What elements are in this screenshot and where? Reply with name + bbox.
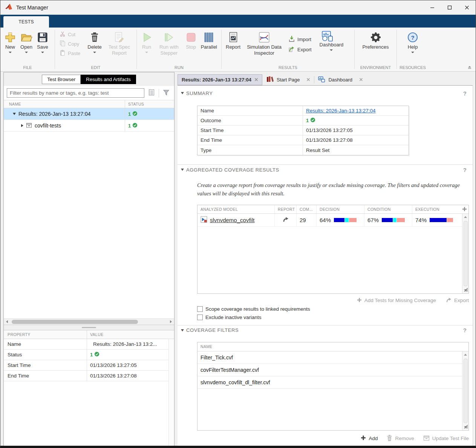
tab-results-document[interactable]: Results: 2026-Jan-13 13:27:04 — [178, 74, 262, 85]
scrollbar-thumb[interactable] — [464, 221, 468, 286]
new-label: New — [5, 44, 15, 50]
tab-test-browser[interactable]: Test Browser — [42, 75, 81, 84]
coverage-row[interactable]: slvnvdemo_covfilt 29 64% 67% 74% — [197, 214, 468, 227]
new-button[interactable]: New — [3, 30, 18, 54]
open-button[interactable]: Open — [18, 30, 34, 54]
col-condition[interactable]: CONDITION — [364, 205, 412, 213]
vertical-scrollbar[interactable] — [462, 214, 468, 293]
remove-filter-button[interactable]: Remove — [387, 435, 414, 442]
scroll-up-button[interactable] — [462, 351, 469, 358]
tree-row-covfilt-tests[interactable]: covfilt-tests 1 — [4, 120, 174, 132]
property-row-status[interactable]: Status 1 — [4, 350, 174, 360]
tab-start-page[interactable]: Start Page — [262, 74, 314, 85]
filter-button[interactable] — [161, 89, 171, 98]
col-execution[interactable]: EXECUTION — [412, 205, 459, 213]
scrollbar-thumb[interactable] — [464, 359, 468, 423]
filters-section-header[interactable]: COVERAGE FILTERS ? — [178, 325, 473, 335]
decision-coverage-bar — [334, 218, 357, 222]
add-column-button[interactable] — [462, 207, 467, 213]
horizontal-scrollbar[interactable] — [4, 318, 174, 325]
filters-col-name[interactable]: NAME — [197, 342, 468, 351]
col-analyzed-model[interactable]: ANALYZED MODEL — [197, 205, 275, 213]
collapse-ribbon-button[interactable] — [467, 65, 472, 69]
tab-tests[interactable]: TESTS — [3, 16, 49, 28]
plus-icon — [357, 298, 362, 304]
property-row-end-time[interactable]: End Time 01/13/2026 13:27:08 — [4, 371, 174, 381]
vertical-scrollbar[interactable] — [462, 351, 468, 430]
property-row-name[interactable]: Name Results: 2026-Jan-13 13:2... — [4, 339, 174, 350]
help-question-icon[interactable]: ? — [463, 327, 467, 333]
exclude-variants-checkbox[interactable] — [197, 315, 203, 320]
summary-key: Outcome — [197, 116, 303, 125]
chevron-down-icon[interactable] — [181, 329, 184, 331]
open-report-icon[interactable] — [283, 216, 289, 224]
simulation-data-inspector-button[interactable]: Simulation Data Inspector — [243, 30, 285, 57]
vertical-splitter[interactable] — [174, 72, 178, 446]
test-file-icon — [26, 122, 32, 129]
horizontal-splitter[interactable] — [4, 325, 174, 330]
filter-row-item[interactable]: slvnvdemo_covfilt_dl_filter.cvf — [197, 376, 468, 389]
save-button[interactable]: Save — [35, 30, 50, 54]
paste-button[interactable]: Paste — [57, 49, 83, 57]
run-button[interactable]: Run — [139, 30, 154, 54]
result-set-link[interactable]: Results: 2026-Jan-13 13:27:04 — [306, 108, 376, 114]
col-decision[interactable]: DECISION — [317, 205, 364, 213]
tab-results-and-artifacts[interactable]: Results and Artifacts — [81, 75, 136, 84]
maximize-button[interactable] — [441, 0, 458, 15]
chevron-down-icon[interactable] — [13, 113, 16, 115]
report-button[interactable]: Report — [224, 30, 242, 51]
minimize-button[interactable] — [424, 0, 441, 15]
document-scrollbar-gutter[interactable] — [473, 85, 476, 446]
coverage-section-header[interactable]: AGGREGATED COVERAGE RESULTS ? — [178, 165, 473, 175]
chevron-down-icon[interactable] — [181, 92, 184, 94]
filter-row-item[interactable]: Filter_Tick.cvf — [197, 351, 468, 364]
resize-grip[interactable] — [464, 287, 468, 293]
stop-button[interactable]: Stop — [184, 30, 198, 51]
preferences-button[interactable]: Preferences — [360, 30, 390, 51]
add-filter-button[interactable]: Add — [361, 435, 378, 442]
help-question-icon[interactable]: ? — [463, 90, 467, 97]
cut-button[interactable]: Cut — [57, 31, 83, 38]
filter-results-input[interactable] — [7, 88, 144, 98]
tab-dashboard[interactable]: Dashboard — [314, 74, 367, 85]
scroll-right-button[interactable] — [168, 319, 174, 325]
close-icon[interactable] — [359, 77, 363, 83]
run-with-stepper-button[interactable]: Run with Stepper — [155, 30, 183, 57]
help-question-icon[interactable]: ? — [463, 167, 467, 173]
update-test-file-button[interactable]: Update Test File — [423, 435, 469, 442]
export-button[interactable]: Export — [286, 45, 314, 54]
group-label-run: RUN — [137, 65, 221, 71]
add-tests-for-missing-coverage-button[interactable]: Add Tests for Missing Coverage — [357, 298, 436, 304]
import-label: Import — [297, 37, 311, 42]
col-complexity[interactable]: COM... — [297, 205, 317, 213]
run-icon — [141, 31, 152, 44]
splitter-handle[interactable] — [82, 327, 96, 328]
saved-filters-button[interactable] — [147, 89, 156, 98]
dashboard-label: Dashboard — [320, 42, 344, 48]
scroll-up-button[interactable] — [462, 214, 469, 220]
scroll-left-button[interactable] — [4, 319, 10, 325]
scope-coverage-checkbox[interactable] — [197, 306, 203, 312]
scrollbar-thumb[interactable] — [12, 320, 138, 324]
model-link[interactable]: slvnvdemo_covfilt — [210, 217, 254, 223]
group-label-resources: RESOURCES — [397, 65, 429, 71]
dashboard-button[interactable]: Dashboard — [318, 30, 346, 52]
property-row-start-time[interactable]: Start Time 01/13/2026 13:27:05 — [4, 360, 174, 371]
close-icon[interactable] — [306, 77, 310, 83]
import-button[interactable]: Import — [286, 35, 314, 44]
close-button[interactable] — [458, 0, 476, 15]
test-spec-report-button[interactable]: Test Spec Report — [104, 30, 134, 57]
filter-row-item[interactable]: covFilterTestManager.cvf — [197, 364, 468, 376]
col-report[interactable]: REPORT — [275, 205, 297, 213]
chevron-down-icon[interactable] — [181, 169, 184, 171]
resize-grip[interactable] — [464, 424, 468, 430]
parallel-button[interactable]: Parallel — [199, 30, 219, 51]
close-icon[interactable] — [254, 77, 258, 83]
delete-button[interactable]: Delete — [86, 30, 104, 54]
help-button[interactable]: ? Help — [406, 30, 420, 54]
tree-row-results[interactable]: Results: 2026-Jan-13 13:27:04 1 — [4, 108, 174, 120]
copy-button[interactable]: Copy — [57, 40, 83, 48]
summary-section-header[interactable]: SUMMARY ? — [178, 88, 473, 98]
export-coverage-button[interactable]: Export — [446, 297, 469, 304]
chevron-right-icon[interactable] — [21, 124, 23, 127]
